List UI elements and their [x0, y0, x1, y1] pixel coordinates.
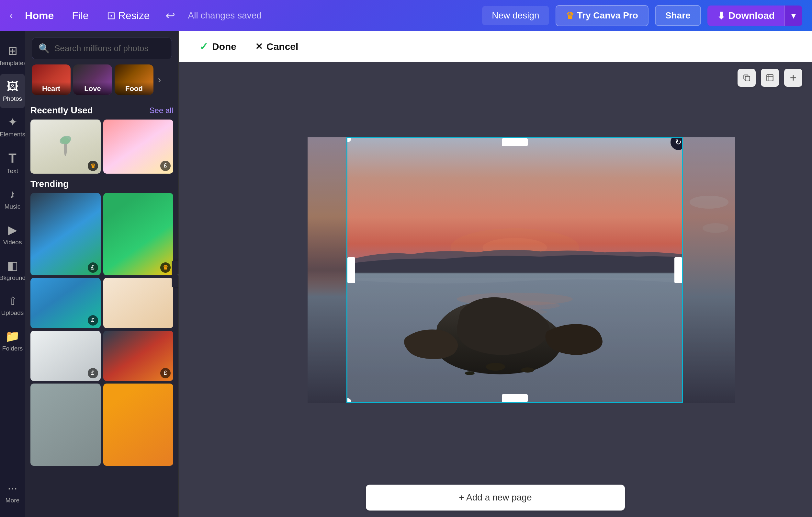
elements-icon: ✦: [8, 115, 18, 129]
undo-button[interactable]: ↩: [162, 5, 178, 26]
svg-rect-21: [683, 137, 735, 403]
sidebar-label-elements: Elements: [0, 131, 25, 138]
sidebar-item-folders[interactable]: 📁 Folders: [0, 324, 25, 358]
main-layout: ⊞ Templates 🖼 Photos ✦ Elements T Text ♪…: [0, 31, 812, 517]
category-label-heart: Heart: [32, 82, 70, 95]
sidebar-item-music[interactable]: ♪ Music: [0, 182, 25, 216]
see-all-button[interactable]: See all: [150, 106, 173, 115]
resize-label: Resize: [118, 10, 150, 22]
category-label-love: Love: [73, 82, 112, 95]
top-navigation: ‹ Home File ⊡ Resize ↩ All changes saved…: [0, 0, 812, 31]
trending-photo-3[interactable]: £: [30, 278, 101, 328]
search-input[interactable]: [54, 44, 165, 53]
text-icon: T: [8, 151, 16, 166]
crop-handle-bottom[interactable]: [502, 394, 528, 402]
crown-icon: ♛: [566, 10, 574, 21]
svg-rect-20: [347, 272, 682, 278]
trending-badge-5: £: [88, 368, 98, 378]
canvas-tool-add[interactable]: [784, 69, 802, 87]
download-button[interactable]: ⬇ Download: [707, 5, 784, 26]
trending-grid: £ ♛ £ £ £: [30, 193, 173, 466]
trending-photo-4[interactable]: [103, 278, 174, 328]
sidebar-item-more[interactable]: ··· More: [0, 475, 25, 510]
photo-badge-pro: ♛: [88, 161, 98, 171]
search-box[interactable]: 🔍: [32, 37, 172, 59]
recently-used-title: Recently Used: [30, 105, 93, 116]
search-icon: 🔍: [38, 43, 50, 54]
download-group: ⬇ Download ▾: [707, 5, 802, 26]
add-page-button[interactable]: + Add a new page: [366, 485, 625, 511]
uploads-icon: ⇧: [8, 295, 17, 307]
resize-icon: ⊡: [107, 9, 116, 22]
trending-photo-1[interactable]: £: [30, 193, 101, 276]
sidebar-label-templates: Templates: [0, 60, 27, 67]
trending-photo-2[interactable]: ♛: [103, 193, 174, 276]
canvas-tool-duplicate[interactable]: [737, 69, 756, 87]
action-bar: ✓ Done ✕ Cancel: [179, 31, 812, 62]
svg-point-19: [465, 371, 475, 375]
sidebar-item-templates[interactable]: ⊞ Templates: [0, 38, 25, 73]
svg-point-18: [521, 368, 534, 373]
check-icon: ✓: [199, 40, 208, 53]
icon-sidebar: ⊞ Templates 🖼 Photos ✦ Elements T Text ♪…: [0, 31, 25, 517]
file-button[interactable]: File: [66, 6, 94, 25]
sidebar-label-folders: Folders: [2, 345, 23, 352]
recent-photo-2[interactable]: £: [103, 119, 174, 174]
recently-used-header: Recently Used See all: [30, 105, 173, 116]
done-button[interactable]: ✓ Done: [192, 35, 244, 58]
category-next-arrow[interactable]: ›: [155, 71, 164, 88]
x-icon: ✕: [255, 41, 263, 52]
crop-handle-right[interactable]: [674, 257, 682, 283]
category-chip-love[interactable]: Love: [73, 64, 112, 95]
svg-point-22: [690, 196, 728, 209]
sidebar-item-videos[interactable]: ▶ Videos: [0, 217, 25, 252]
canvas-toolbar: [737, 69, 802, 87]
folders-icon: 📁: [5, 329, 20, 343]
sidebar-label-music: Music: [4, 203, 21, 210]
sidebar-label-uploads: Uploads: [1, 309, 24, 317]
category-row: Heart Love Food ›: [25, 64, 178, 100]
trending-photo-8[interactable]: [103, 384, 174, 466]
image-overflow-right: [683, 137, 735, 403]
file-label: File: [72, 10, 89, 21]
videos-icon: ▶: [8, 223, 17, 237]
trending-photo-7[interactable]: [30, 384, 101, 466]
trending-header: Trending: [30, 179, 173, 189]
trending-title: Trending: [30, 179, 69, 189]
sidebar-item-text[interactable]: T Text: [0, 145, 25, 181]
sidebar-label-background: Bkground: [0, 274, 26, 281]
sidebar-item-elements[interactable]: ✦ Elements: [0, 109, 25, 144]
cancel-button[interactable]: ✕ Cancel: [248, 36, 306, 57]
home-button[interactable]: Home: [19, 6, 60, 25]
svg-point-17: [486, 363, 505, 371]
new-design-button[interactable]: New design: [482, 6, 549, 25]
canvas-tool-copy[interactable]: [761, 69, 779, 87]
crop-handle-left[interactable]: [347, 257, 355, 283]
try-pro-button[interactable]: ♛ Try Canva Pro: [556, 5, 648, 26]
sidebar-label-text: Text: [7, 167, 18, 174]
trending-photo-6[interactable]: £: [103, 331, 174, 381]
trending-badge-3: £: [88, 315, 98, 326]
trending-badge-6: £: [160, 368, 171, 378]
hide-panel-button[interactable]: ‹: [172, 261, 179, 287]
download-chevron[interactable]: ▾: [784, 5, 802, 26]
category-chip-food[interactable]: Food: [115, 64, 153, 95]
trending-badge-2: ♛: [160, 263, 171, 273]
resize-button[interactable]: ⊡ Resize: [101, 6, 156, 25]
back-icon[interactable]: ‹: [10, 10, 12, 21]
sidebar-item-uploads[interactable]: ⇧ Uploads: [0, 289, 25, 322]
sidebar-item-background[interactable]: ◧ Bkground: [0, 253, 25, 287]
panel-content: Recently Used See all ♛ £ Trend: [25, 100, 178, 517]
photo-badge-paid: £: [160, 161, 171, 171]
share-button[interactable]: Share: [655, 5, 701, 26]
image-container: ↻: [308, 137, 683, 403]
saved-status: All changes saved: [188, 10, 262, 21]
category-label-food: Food: [115, 82, 153, 95]
recent-photo-1[interactable]: ♛: [30, 119, 101, 174]
home-label: Home: [25, 10, 54, 22]
crop-handle-top[interactable]: [502, 138, 528, 146]
sidebar-item-photos[interactable]: 🖼 Photos: [0, 74, 25, 108]
category-chip-heart[interactable]: Heart: [32, 64, 70, 95]
trending-photo-5[interactable]: £: [30, 331, 101, 381]
templates-icon: ⊞: [8, 44, 18, 58]
